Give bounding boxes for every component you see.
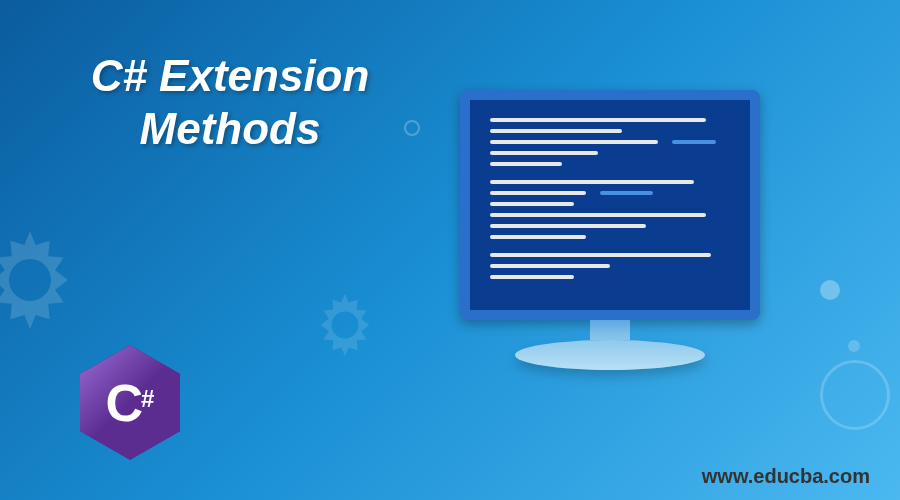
code-line — [490, 213, 730, 217]
code-line — [490, 224, 730, 228]
logo-text: C # — [106, 373, 155, 433]
code-line — [490, 253, 730, 257]
circle-decoration — [820, 360, 890, 430]
logo-hash-symbol: # — [141, 385, 154, 413]
title-line-1: C# Extension — [91, 51, 370, 100]
code-line — [490, 202, 730, 206]
code-line — [490, 264, 730, 268]
logo-hexagon: C # — [80, 345, 180, 460]
page-title: C# Extension Methods — [40, 50, 420, 156]
monitor-screen — [460, 90, 760, 320]
code-line — [490, 180, 730, 184]
code-line — [490, 151, 730, 155]
code-line — [490, 162, 730, 166]
code-line — [490, 140, 730, 144]
code-line — [490, 129, 730, 133]
code-line — [490, 118, 730, 122]
monitor-illustration — [440, 90, 780, 410]
code-line — [490, 191, 730, 195]
monitor-neck — [590, 320, 630, 340]
code-line — [490, 275, 730, 279]
website-url: www.educba.com — [702, 465, 870, 488]
code-line — [490, 235, 730, 239]
csharp-logo: C # — [80, 345, 180, 460]
circle-decoration — [820, 280, 840, 300]
monitor-base — [515, 340, 705, 370]
title-line-2: Methods — [140, 104, 321, 153]
circle-decoration — [848, 340, 860, 352]
logo-letter-c: C — [106, 373, 144, 433]
gear-decoration-large — [0, 210, 100, 350]
gear-decoration-small — [300, 280, 390, 370]
